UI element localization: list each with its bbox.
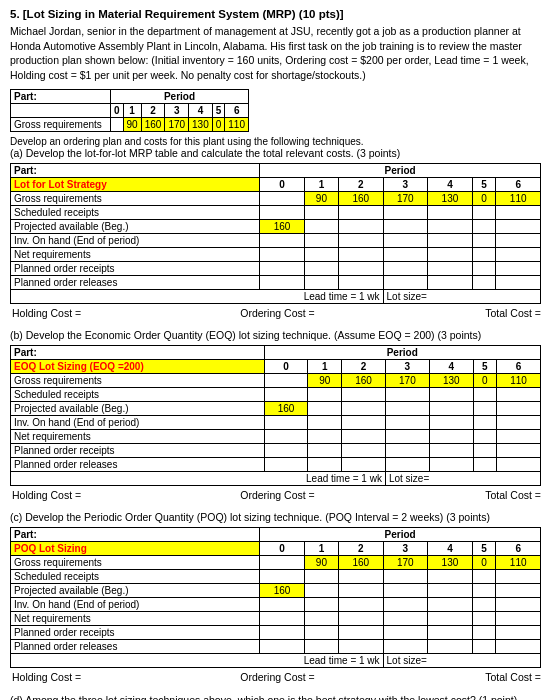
holding-cost-a: Holding Cost = — [10, 307, 188, 319]
section-a-table: Part: Period Lot for Lot Strategy 0 1 2 … — [10, 163, 541, 304]
page-title: 5. [Lot Sizing in Material Requirement S… — [10, 8, 541, 20]
section-a-costs: Holding Cost = Ordering Cost = Total Cos… — [10, 307, 541, 319]
total-cost-a: Total Cost = — [367, 307, 541, 319]
section-a: (a) Develop the lot-for-lot MRP table an… — [10, 147, 541, 319]
total-cost-b: Total Cost = — [367, 489, 541, 501]
ordering-cost-a: Ordering Cost = — [188, 307, 366, 319]
section-b-costs: Holding Cost = Ordering Cost = Total Cos… — [10, 489, 541, 501]
lot-for-lot-label: Lot for Lot Strategy — [11, 177, 260, 191]
section-c-heading: (c) Develop the Periodic Order Quantity … — [10, 511, 541, 523]
section-c-table: Part: Period POQ Lot Sizing 0 1 2 3 4 5 … — [10, 527, 541, 668]
ordering-cost-b: Ordering Cost = — [188, 489, 366, 501]
develop-text: Develop an ordering plan and costs for t… — [10, 136, 541, 147]
section-c-costs: Holding Cost = Ordering Cost = Total Cos… — [10, 671, 541, 683]
section-a-heading: (a) Develop the lot-for-lot MRP table an… — [10, 147, 541, 159]
intro-table: Part: Period 0 1 2 3 4 5 6 Gross require… — [10, 89, 249, 132]
intro-text: Michael Jordan, senior in the department… — [10, 24, 541, 83]
eoq-label: EOQ Lot Sizing (EOQ =200) — [11, 359, 265, 373]
holding-cost-b: Holding Cost = — [10, 489, 188, 501]
section-b-heading: (b) Develop the Economic Order Quantity … — [10, 329, 541, 341]
section-b: (b) Develop the Economic Order Quantity … — [10, 329, 541, 501]
total-cost-c: Total Cost = — [367, 671, 541, 683]
section-c: (c) Develop the Periodic Order Quantity … — [10, 511, 541, 683]
ordering-cost-c: Ordering Cost = — [188, 671, 366, 683]
poq-label: POQ Lot Sizing — [11, 541, 260, 555]
section-b-table: Part: Period EOQ Lot Sizing (EOQ =200) 0… — [10, 345, 541, 486]
section-d: (d) Among the three lot sizing technique… — [10, 693, 541, 700]
holding-cost-c: Holding Cost = — [10, 671, 188, 683]
